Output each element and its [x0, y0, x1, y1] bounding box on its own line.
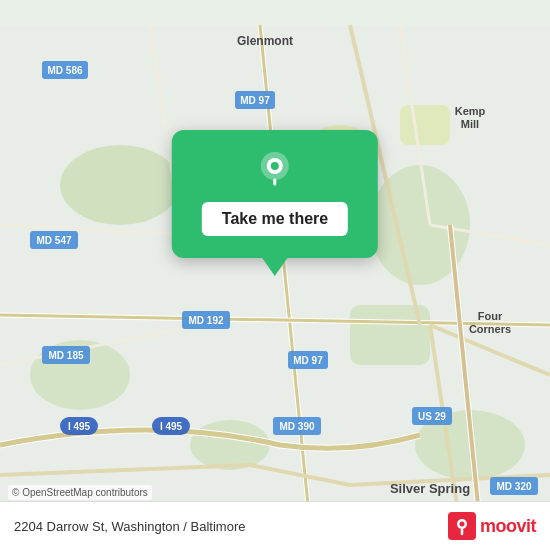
- location-pin-icon: [253, 148, 297, 192]
- svg-point-58: [459, 522, 464, 527]
- bottom-bar: 2204 Darrow St, Washington / Baltimore m…: [0, 501, 550, 550]
- moovit-logo: moovit: [448, 512, 536, 540]
- moovit-text: moovit: [480, 516, 536, 537]
- svg-text:I 495: I 495: [68, 421, 91, 432]
- svg-text:MD 97: MD 97: [293, 355, 323, 366]
- svg-text:Corners: Corners: [469, 323, 511, 335]
- svg-point-5: [190, 420, 270, 470]
- svg-text:Silver Spring: Silver Spring: [390, 481, 470, 496]
- svg-text:Kemp: Kemp: [455, 105, 486, 117]
- svg-text:MD 390: MD 390: [279, 421, 314, 432]
- address-text: 2204 Darrow St, Washington / Baltimore: [14, 519, 245, 534]
- svg-text:MD 547: MD 547: [36, 235, 71, 246]
- svg-text:MD 320: MD 320: [496, 481, 531, 492]
- svg-text:MD 185: MD 185: [48, 350, 83, 361]
- copyright-text: © OpenStreetMap contributors: [8, 485, 152, 500]
- svg-text:Glenmont: Glenmont: [237, 34, 293, 48]
- popup-card: Take me there: [172, 130, 378, 258]
- moovit-icon: [448, 512, 476, 540]
- svg-text:Four: Four: [478, 310, 503, 322]
- svg-point-1: [60, 145, 180, 225]
- svg-text:US 29: US 29: [418, 411, 446, 422]
- svg-rect-8: [400, 105, 450, 145]
- svg-text:MD 192: MD 192: [188, 315, 223, 326]
- map-container: MD 586 MD 97 MD 97 MD 547 MD 192 MD 185 …: [0, 0, 550, 550]
- svg-text:I 495: I 495: [160, 421, 183, 432]
- take-me-there-button[interactable]: Take me there: [202, 202, 348, 236]
- svg-text:MD 586: MD 586: [47, 65, 82, 76]
- svg-text:MD 97: MD 97: [240, 95, 270, 106]
- svg-text:Mill: Mill: [461, 118, 479, 130]
- svg-point-56: [271, 162, 279, 170]
